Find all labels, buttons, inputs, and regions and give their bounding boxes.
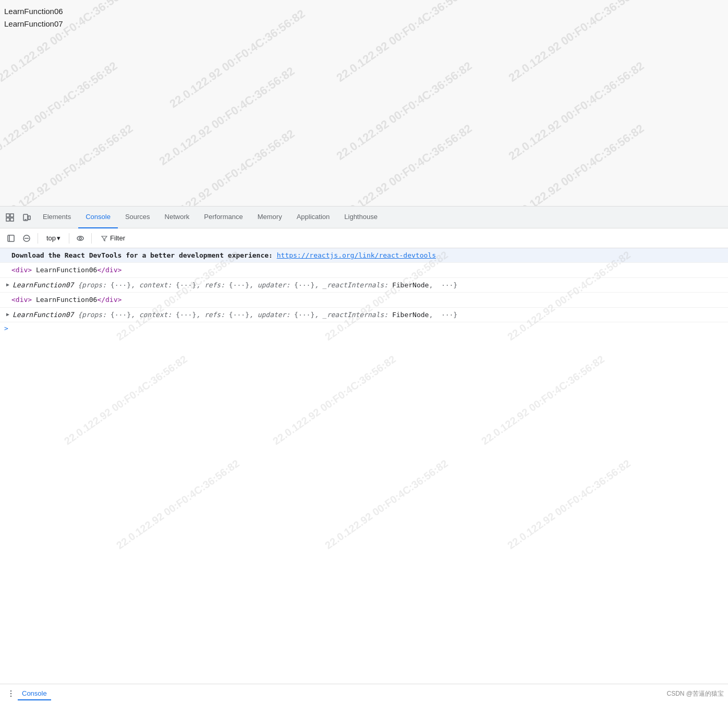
svg-rect-5: [28, 216, 30, 220]
page-text-line2: LearnFunction07: [4, 18, 63, 30]
page-text: LearnFunction06 LearnFunction07: [4, 5, 63, 30]
react-devtools-link[interactable]: https://reactjs.org/link/react-devtools: [277, 251, 436, 259]
context-selector[interactable]: top ▾: [42, 233, 65, 243]
console-info-row: Download the React DevTools for a better…: [0, 248, 728, 263]
clear-console-icon[interactable]: [20, 232, 33, 245]
svg-point-13: [10, 690, 11, 692]
watermark: 22.0.122.92 00:F0:4C:36:56:82: [62, 353, 190, 447]
device-toolbar-icon[interactable]: [19, 210, 34, 225]
console-toolbar: top ▾ Filter: [0, 228, 728, 248]
tab-performance[interactable]: Performance: [197, 207, 250, 228]
toolbar-separator: [38, 233, 38, 244]
tab-console[interactable]: Console: [78, 207, 118, 228]
svg-rect-0: [6, 214, 9, 217]
svg-point-15: [10, 696, 11, 697]
svg-rect-3: [10, 218, 14, 221]
bottom-watermark: CSDN @苦逼的猿宝: [666, 689, 724, 698]
watermark: 22.0.122.92 00:F0:4C:36:56:82: [271, 353, 398, 447]
svg-point-11: [77, 236, 83, 240]
console-prompt-row: >: [0, 322, 728, 334]
svg-rect-7: [8, 235, 14, 241]
tab-elements[interactable]: Elements: [35, 207, 78, 228]
prompt-arrow: >: [4, 324, 8, 332]
svg-rect-1: [6, 218, 9, 221]
watermark: 22.0.122.92 00:F0:4C:36:56:82: [505, 457, 633, 552]
toolbar-separator-2: [69, 233, 69, 244]
expand-arrow-icon[interactable]: ▶: [4, 311, 11, 318]
watermark: 22.0.122.92 00:F0:4C:36:56:82: [479, 353, 607, 447]
console-row: <div> LearnFunction06 </div>: [0, 263, 728, 278]
expand-arrow-icon[interactable]: ▶: [4, 281, 11, 288]
devtools-panel: Elements Console Sources Network Perform…: [0, 206, 728, 703]
console-output: Download the React DevTools for a better…: [0, 248, 728, 334]
watermark: 22.0.122.92 00:F0:4C:36:56:82: [167, 7, 308, 111]
tab-network[interactable]: Network: [157, 207, 197, 228]
eye-icon[interactable]: [74, 232, 87, 245]
tab-sources[interactable]: Sources: [118, 207, 157, 228]
tab-application[interactable]: Application: [289, 207, 337, 228]
bottom-menu-icon[interactable]: [4, 687, 18, 700]
devtools-bottom-bar: Console CSDN @苦逼的猿宝: [0, 684, 728, 703]
filter-button[interactable]: Filter: [96, 233, 130, 244]
console-area: 22.0.122.92 00:F0:4C:36:56:82 22.0.122.9…: [0, 248, 728, 684]
console-row: <div> LearnFunction06 </div>: [0, 293, 728, 308]
toolbar-separator-3: [91, 233, 92, 244]
svg-point-14: [10, 693, 11, 694]
page-content: 22.0.122.92 00:F0:4C:36:56:82 22.0.122.9…: [0, 0, 728, 206]
watermark: 22.0.122.92 00:F0:4C:36:56:82: [334, 122, 475, 206]
console-row: ▶ LearnFunction07 {props: {···} , contex…: [0, 308, 728, 323]
page-text-line1: LearnFunction06: [4, 5, 63, 18]
watermark: 22.0.122.92 00:F0:4C:36:56:82: [114, 457, 242, 552]
tab-memory[interactable]: Memory: [250, 207, 289, 228]
svg-rect-2: [10, 214, 14, 217]
console-row: ▶ LearnFunction07 {props: {···} , contex…: [0, 278, 728, 293]
inspector-icon[interactable]: [2, 210, 18, 225]
bottom-console-tab[interactable]: Console: [18, 687, 51, 700]
svg-point-12: [79, 237, 81, 239]
tab-lighthouse[interactable]: Lighthouse: [337, 207, 385, 228]
sidebar-toggle-icon[interactable]: [4, 232, 18, 245]
watermark: 22.0.122.92 00:F0:4C:36:56:82: [323, 457, 451, 552]
devtools-tab-bar: Elements Console Sources Network Perform…: [0, 207, 728, 228]
watermark: 22.0.122.92 00:F0:4C:36:56:82: [506, 122, 647, 206]
watermark: 22.0.122.92 00:F0:4C:36:56:82: [157, 127, 297, 206]
